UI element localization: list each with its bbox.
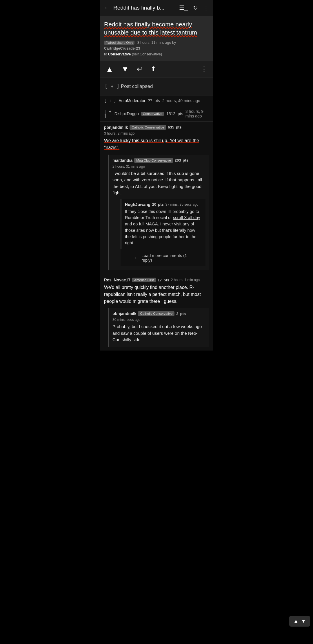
post-collapsed[interactable]: [ + ] Post collapsed bbox=[100, 77, 213, 95]
comment-time-mait: 2 hours, 31 mins ago bbox=[112, 164, 145, 169]
post-subreddit[interactable]: Conservative bbox=[108, 52, 131, 56]
comment-username-auto[interactable]: AutoModerator bbox=[119, 98, 145, 103]
comment-pts-label-main: pts bbox=[176, 125, 182, 129]
post-time: 3 hours, 11 mins ago bbox=[137, 41, 171, 45]
comment-username-hugh[interactable]: HughJuwang bbox=[125, 202, 150, 207]
comment-block-res: Res_Novae17 America First 17 pts 2 hours… bbox=[100, 274, 213, 350]
refresh-icon[interactable]: ↻ bbox=[193, 4, 198, 11]
downvote-button[interactable]: ▼ bbox=[121, 65, 129, 74]
nested-comment-pbnj2: pbnjandmilk Catholic Conservative 2 pts … bbox=[108, 308, 209, 347]
sort-icon[interactable]: ☰⎯ bbox=[179, 4, 188, 11]
comment-body-pbnj2: Probably, but I checked it out a few wee… bbox=[112, 323, 205, 343]
comment-pts-pbnj2: 2 bbox=[176, 312, 178, 316]
post-collapsed-text: Post collapsed bbox=[121, 84, 153, 89]
comment-time-main: 3 hours, 2 mins ago bbox=[104, 131, 134, 135]
comment-body-main: We are lucky this sub is still up. Yet w… bbox=[104, 137, 209, 151]
comment-flair-dish: Conservative bbox=[141, 112, 164, 116]
comment-pts-label-mait: pts bbox=[183, 158, 188, 162]
comment-flair-pbnj2: Catholic Conservative bbox=[138, 311, 174, 316]
more-options-icon[interactable]: ⋮ bbox=[203, 4, 209, 11]
comment-username-main[interactable]: pbnjandmilk bbox=[104, 125, 128, 130]
load-more-arrow: → bbox=[132, 255, 137, 261]
collapse-bracket-auto[interactable]: [ + ] bbox=[104, 98, 116, 103]
top-bar: ← Reddit has finally b... ☰⎯ ↻ ⋮ bbox=[100, 0, 213, 16]
comment-time-hugh: 37 mins, 35 secs ago bbox=[165, 202, 198, 207]
comment-time-auto: 2 hours, 40 mins ago bbox=[162, 98, 200, 103]
action-bar: ▲ ▼ ↩ ⬆ ⋮ bbox=[100, 61, 213, 77]
comment-header-pbnj2: pbnjandmilk Catholic Conservative 2 pts … bbox=[112, 311, 205, 322]
comment-block-main: pbnjandmilk Catholic Conservative 635 pt… bbox=[100, 122, 213, 274]
comment-username-pbnj2[interactable]: pbnjandmilk bbox=[112, 311, 136, 316]
double-nested-hugh: HughJuwang 20 pts 37 mins, 35 secs ago I… bbox=[121, 199, 205, 249]
comment-body-mait: I wouldnt be a bit surprised if this sub… bbox=[112, 170, 205, 196]
comment-pts-label-pbnj2: pts bbox=[180, 312, 186, 316]
comment-flair-res: America First bbox=[132, 278, 156, 282]
post-meta: Flaired Users Only 3 hours, 11 mins ago … bbox=[104, 40, 209, 57]
comment-header-main: pbnjandmilk Catholic Conservative 635 pt… bbox=[104, 125, 209, 135]
comment-body-res: We'd all pretty quickly find another pla… bbox=[104, 284, 209, 305]
comment-username-mait[interactable]: maitlandia bbox=[112, 158, 132, 163]
comment-pts-mait: 203 bbox=[175, 158, 181, 162]
comment-pts-auto: ?? bbox=[148, 98, 152, 103]
load-more-label: Load more comments (1 reply) bbox=[141, 253, 194, 263]
post-author[interactable]: CartridgeCrusader23 bbox=[104, 46, 140, 50]
page-title: Reddit has finally b... bbox=[113, 5, 176, 11]
nested-comment-maitlandia: maitlandia Mug Club Conservative 203 pts… bbox=[108, 155, 209, 271]
load-more-button[interactable]: → Load more comments (1 reply) bbox=[121, 249, 205, 267]
collapse-bracket[interactable]: [ + ] bbox=[105, 83, 119, 89]
comment-time-res: 2 hours, 1 min ago bbox=[171, 278, 200, 282]
comment-flair-mait: Mug Club Conservative bbox=[134, 158, 173, 163]
comment-header-mait: maitlandia Mug Club Conservative 203 pts… bbox=[112, 158, 205, 169]
post-title: Reddit has finally become nearly unusabl… bbox=[104, 20, 209, 37]
comment-row-dishpit[interactable]: [ + ] DishpitDoggo Conservative 1512 pts… bbox=[100, 106, 213, 122]
post-by: by bbox=[172, 41, 176, 45]
pts-label-auto: pts bbox=[154, 98, 160, 103]
top-bar-icons: ☰⎯ ↻ ⋮ bbox=[179, 4, 209, 11]
collapse-bracket-dish[interactable]: [ + ] bbox=[104, 109, 112, 118]
comment-time-dish: 3 hours, 9 mins ago bbox=[185, 109, 209, 118]
back-button[interactable]: ← bbox=[104, 4, 110, 12]
comment-username-dish[interactable]: DishpitDoggo bbox=[114, 111, 139, 116]
comment-body-hugh: If they close this down I'll probably go… bbox=[125, 209, 202, 247]
more-actions-button[interactable]: ⋮ bbox=[201, 65, 207, 73]
comment-pts-main: 635 bbox=[168, 125, 174, 129]
comment-flair-main: Catholic Conservative bbox=[130, 125, 166, 130]
comment-time-pbnj2: 30 mins, secs ago bbox=[112, 318, 141, 322]
comment-header-res: Res_Novae17 America First 17 pts 2 hours… bbox=[104, 278, 209, 282]
comment-pts-res: 17 bbox=[158, 278, 162, 282]
upvote-button[interactable]: ▲ bbox=[106, 65, 113, 74]
comment-body-text-main: We are lucky this sub is still up. Yet w… bbox=[104, 138, 199, 150]
share-button[interactable]: ⬆ bbox=[151, 65, 156, 73]
post-to: to bbox=[104, 52, 108, 56]
flair-tag: Flaired Users Only bbox=[104, 41, 134, 45]
comment-pts-hugh: 20 bbox=[152, 202, 156, 207]
comment-pts-label-res: pts bbox=[163, 278, 169, 282]
comment-username-res[interactable]: Res_Novae17 bbox=[104, 278, 130, 282]
comment-pts-label-hugh: pts bbox=[158, 202, 164, 207]
comment-pts-dish: 1512 bbox=[166, 111, 175, 116]
comment-row-automoderator[interactable]: [ + ] AutoModerator ?? pts 2 hours, 40 m… bbox=[100, 95, 213, 106]
comment-list: [ + ] AutoModerator ?? pts 2 hours, 40 m… bbox=[100, 95, 213, 350]
reply-button[interactable]: ↩ bbox=[137, 65, 143, 73]
pts-label-dish: pts bbox=[178, 111, 183, 116]
comment-header-hugh: HughJuwang 20 pts 37 mins, 35 secs ago bbox=[125, 202, 202, 207]
post-header: Reddit has finally become nearly unusabl… bbox=[100, 16, 213, 61]
post-domain-text: (self.Conservative) bbox=[132, 52, 162, 56]
